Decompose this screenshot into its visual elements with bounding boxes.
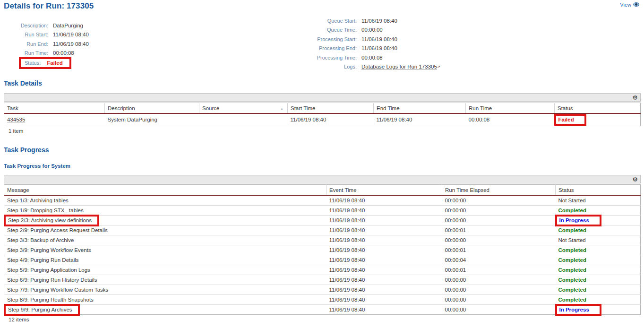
- task-progress-subheading: Task Progress for System: [0, 163, 644, 169]
- task-details-items-count: 1 item: [9, 128, 641, 134]
- cell-start-time: 11/06/19 08:40: [288, 113, 374, 126]
- message-annotation-box: Step 9/9: Purging Archives: [4, 304, 80, 316]
- message-text: Step 3/9: Purging Workflow Events: [7, 247, 91, 253]
- message-text: Step 9/9: Purging Archives: [8, 307, 72, 312]
- task-progress-row[interactable]: Step 3/3: Backup of Archive11/06/19 08:4…: [4, 235, 641, 245]
- task-progress-row[interactable]: Step 7/9: Purging Workflow Custom Tasks1…: [4, 285, 641, 295]
- database-logs-link[interactable]: Database Logs for Run 173305: [361, 64, 437, 69]
- cell-event-time: 11/06/19 08:40: [326, 235, 442, 245]
- task-progress-row[interactable]: Step 6/9: Purging Run History Details11/…: [4, 275, 641, 285]
- run-time-value: 00:00:08: [53, 50, 74, 56]
- description-value: DataPurging: [53, 23, 83, 28]
- cell-event-time: 11/06/19 08:40: [326, 275, 442, 285]
- message-text: Step 7/9: Purging Workflow Custom Tasks: [7, 287, 108, 293]
- status-badge: In Progress: [559, 217, 589, 223]
- cell-status: Completed: [556, 206, 641, 216]
- status-badge: Completed: [558, 227, 586, 233]
- status-badge: Completed: [558, 247, 586, 253]
- run-details-left: Description: DataPurging Run Start: 11/0…: [0, 16, 198, 71]
- task-progress-items-count: 12 items: [9, 317, 641, 322]
- eye-icon: [633, 2, 639, 8]
- gear-icon[interactable]: ⚙: [632, 176, 638, 183]
- gear-icon[interactable]: ⚙: [632, 94, 638, 101]
- status-annotation-box: In Progress: [555, 304, 601, 316]
- status-badge: Failed: [558, 117, 574, 122]
- cell-message: Step 4/9: Purging Run Details: [4, 255, 326, 265]
- task-progress-row[interactable]: Step 1/9: Dropping STX_ tables11/06/19 0…: [4, 206, 641, 216]
- task-progress-row[interactable]: Step 2/3: Archiving view definitions11/0…: [4, 216, 641, 225]
- column-header-event-time[interactable]: Event Time: [326, 185, 442, 196]
- status-badge: Not Started: [558, 237, 586, 243]
- cell-status: In Progress: [556, 305, 641, 315]
- column-header-status[interactable]: Status: [556, 185, 641, 196]
- cell-run-time-elapsed: 00:00:00: [442, 295, 556, 305]
- status-badge: Completed: [558, 208, 586, 213]
- cell-status: Completed: [556, 255, 641, 265]
- task-details-grid: ⚙ Task Description Source ▲ Start Time E…: [4, 93, 641, 134]
- cell-status: In Progress: [556, 216, 641, 225]
- task-progress-row[interactable]: Step 5/9: Purging Application Logs11/06/…: [4, 265, 641, 275]
- queue-time-label: Queue Time:: [198, 27, 361, 33]
- column-header-run-time[interactable]: Run Time: [466, 103, 555, 114]
- column-header-task[interactable]: Task: [4, 103, 105, 114]
- task-id-link[interactable]: 434535: [7, 117, 25, 122]
- view-button[interactable]: View: [620, 2, 639, 8]
- column-header-source[interactable]: Source ▲: [199, 103, 288, 114]
- status-badge: In Progress: [559, 307, 589, 312]
- status-label: Status:: [25, 60, 45, 66]
- column-header-status[interactable]: Status: [555, 103, 641, 114]
- cell-message: Step 2/9: Purging Access Request Details: [4, 225, 326, 235]
- message-annotation-box: Step 2/3: Archiving view definitions: [4, 215, 99, 226]
- column-header-end-time[interactable]: End Time: [374, 103, 466, 114]
- task-progress-header-row: Message Event Time Run Time Elapsed Stat…: [4, 185, 641, 196]
- status-badge: Completed: [558, 257, 586, 263]
- cell-run-time-elapsed: 00:00:04: [442, 255, 556, 265]
- cell-run-time: 00:00:08: [466, 113, 555, 126]
- task-details-header-row: Task Description Source ▲ Start Time End…: [4, 103, 641, 114]
- description-label: Description:: [0, 23, 53, 28]
- message-text: Step 5/9: Purging Application Logs: [7, 267, 90, 273]
- page-title: Details for Run: 173305: [0, 0, 644, 11]
- task-progress-body: Step 1/3: Archiving tables11/06/19 08:40…: [4, 195, 641, 315]
- cell-message: Step 5/9: Purging Application Logs: [4, 265, 326, 275]
- cell-run-time-elapsed: 00:00:00: [442, 305, 556, 315]
- task-details-row[interactable]: 434535System DataPurging11/06/19 08:4011…: [4, 113, 641, 126]
- processing-start-value: 11/06/19 08:40: [361, 36, 397, 42]
- cell-task[interactable]: 434535: [4, 113, 105, 126]
- run-details-right: Queue Start: 11/06/19 08:40 Queue Time: …: [198, 16, 491, 71]
- column-header-description[interactable]: Description: [105, 103, 199, 114]
- task-progress-row[interactable]: Step 9/9: Purging Archives11/06/19 08:40…: [4, 305, 641, 315]
- task-details-body: 434535System DataPurging11/06/19 08:4011…: [4, 113, 641, 126]
- task-progress-row[interactable]: Step 1/3: Archiving tables11/06/19 08:40…: [4, 195, 641, 206]
- column-header-start-time[interactable]: Start Time: [288, 103, 374, 114]
- cell-source: [199, 113, 288, 126]
- message-text: Step 8/9: Purging Health Snapshots: [7, 297, 94, 303]
- cell-message: Step 8/9: Purging Health Snapshots: [4, 295, 326, 305]
- message-text: Step 4/9: Purging Run Details: [7, 257, 79, 263]
- status-annotation-box: Failed: [554, 114, 586, 126]
- task-progress-row[interactable]: Step 2/9: Purging Access Request Details…: [4, 225, 641, 235]
- task-details-heading: Task Details: [0, 79, 644, 87]
- cell-message: Step 3/9: Purging Workflow Events: [4, 245, 326, 255]
- task-progress-row[interactable]: Step 3/9: Purging Workflow Events11/06/1…: [4, 245, 641, 255]
- status-badge: Completed: [558, 287, 586, 293]
- logs-label: Logs:: [198, 64, 361, 69]
- cell-run-time-elapsed: 00:00:01: [442, 245, 556, 255]
- cell-end-time: 11/06/19 08:40: [374, 113, 466, 126]
- message-text: Step 1/9: Dropping STX_ tables: [7, 208, 84, 213]
- cell-message: Step 9/9: Purging Archives: [4, 305, 326, 315]
- column-header-message[interactable]: Message: [4, 185, 326, 196]
- cell-status: Not Started: [556, 235, 641, 245]
- cell-message: Step 1/3: Archiving tables: [4, 195, 326, 206]
- status-value: Failed: [47, 60, 62, 66]
- cell-run-time-elapsed: 00:00:00: [442, 275, 556, 285]
- run-start-label: Run Start:: [0, 32, 53, 37]
- task-progress-row[interactable]: Step 4/9: Purging Run Details11/06/19 08…: [4, 255, 641, 265]
- queue-start-label: Queue Start:: [198, 18, 361, 24]
- view-label: View: [620, 2, 631, 8]
- message-text: Step 1/3: Archiving tables: [7, 198, 69, 203]
- task-progress-row[interactable]: Step 8/9: Purging Health Snapshots11/06/…: [4, 295, 641, 305]
- cell-event-time: 11/06/19 08:40: [326, 195, 442, 206]
- column-header-run-time-elapsed[interactable]: Run Time Elapsed: [442, 185, 556, 196]
- cell-message: Step 1/9: Dropping STX_ tables: [4, 206, 326, 216]
